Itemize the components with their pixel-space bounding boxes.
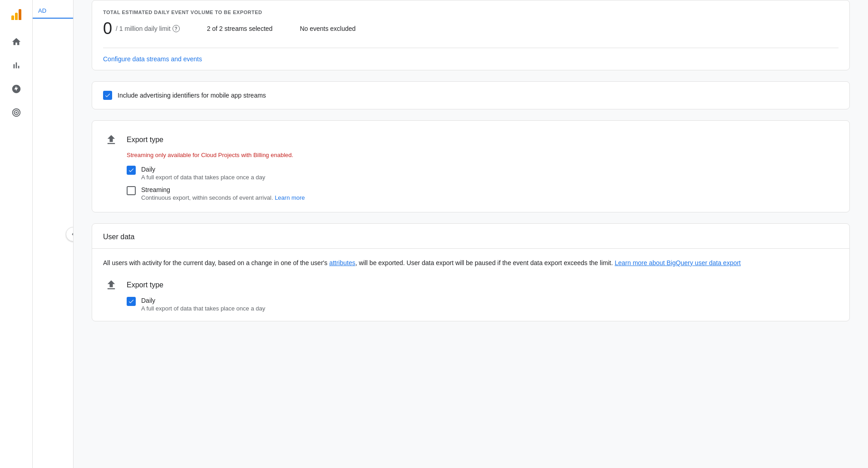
- user-data-title: User data: [103, 233, 134, 241]
- user-export-type-title: Export type: [127, 281, 163, 289]
- event-volume-title: TOTAL ESTIMATED DAILY EVENT VOLUME TO BE…: [103, 10, 838, 15]
- secondary-sidebar: AD: [33, 0, 74, 468]
- streaming-description: Continuous export, within seconds of eve…: [141, 194, 305, 201]
- user-export-option-daily: Daily A full export of data that takes p…: [127, 297, 838, 312]
- event-volume-stats: 0 / 1 million daily limit ? 2 of 2 strea…: [103, 20, 838, 37]
- user-data-card: User data All users with activity for th…: [92, 223, 850, 321]
- event-volume-card: TOTAL ESTIMATED DAILY EVENT VOLUME TO BE…: [92, 0, 850, 70]
- explore-icon[interactable]: [5, 78, 27, 100]
- upload-icon-box: [103, 132, 119, 148]
- export-option-daily: Daily A full export of data that takes p…: [127, 166, 838, 181]
- user-daily-label: Daily: [141, 297, 265, 304]
- secondary-sidebar-tab[interactable]: AD: [33, 4, 73, 19]
- streaming-option-text: Streaming Continuous export, within seco…: [141, 186, 305, 201]
- bar-chart-icon[interactable]: [5, 54, 27, 76]
- analytics-logo: [11, 9, 21, 20]
- advertising-checkbox-section: Include advertising identifiers for mobi…: [92, 81, 850, 109]
- user-data-description: All users with activity for the current …: [103, 258, 838, 268]
- sidebar-nav: [0, 31, 32, 123]
- advertising-checkbox-wrapper: Include advertising identifiers for mobi…: [103, 91, 266, 100]
- configure-link[interactable]: Configure data streams and events: [103, 55, 202, 63]
- home-icon[interactable]: [5, 31, 27, 53]
- logo-bar-1: [11, 15, 14, 20]
- user-daily-description: A full export of data that takes place o…: [141, 305, 265, 312]
- export-type-title: Export type: [127, 136, 163, 144]
- icon-sidebar: [0, 0, 33, 468]
- collapse-sidebar-button[interactable]: [66, 227, 74, 241]
- user-data-learn-more-link[interactable]: Learn more about BigQuery user data expo…: [615, 259, 741, 266]
- attributes-link[interactable]: attributes: [329, 259, 355, 266]
- daily-checkbox[interactable]: [127, 166, 136, 175]
- streaming-label: Streaming: [141, 186, 305, 193]
- advertising-icon[interactable]: [5, 102, 27, 123]
- event-volume-section: TOTAL ESTIMATED DAILY EVENT VOLUME TO BE…: [92, 0, 849, 48]
- logo-area: [0, 4, 32, 27]
- logo-bar-3: [19, 9, 21, 20]
- streams-selected: 2 of 2 streams selected: [207, 25, 273, 32]
- user-data-body: All users with activity for the current …: [92, 249, 849, 321]
- event-volume-value: 0: [103, 20, 112, 37]
- export-type-card: Export type Streaming only available for…: [92, 120, 850, 212]
- user-daily-option-text: Daily A full export of data that takes p…: [141, 297, 265, 312]
- export-options: Daily A full export of data that takes p…: [127, 166, 838, 201]
- export-type-header: Export type: [103, 132, 838, 148]
- user-upload-icon-box: [103, 277, 119, 293]
- main-content: TOTAL ESTIMATED DAILY EVENT VOLUME TO BE…: [74, 0, 868, 468]
- help-icon[interactable]: ?: [173, 25, 180, 32]
- user-export-options: Daily A full export of data that takes p…: [127, 297, 838, 312]
- user-export-type-header: Export type: [103, 277, 838, 293]
- daily-label: Daily: [141, 166, 265, 173]
- streaming-learn-more-link[interactable]: Learn more: [275, 194, 305, 201]
- export-option-streaming: Streaming Continuous export, within seco…: [127, 186, 838, 201]
- logo-bar-2: [15, 13, 18, 20]
- daily-description: A full export of data that takes place o…: [141, 174, 265, 181]
- user-daily-checkbox[interactable]: [127, 297, 136, 306]
- volume-limit: / 1 million daily limit ?: [116, 25, 180, 32]
- streaming-checkbox[interactable]: [127, 186, 136, 195]
- configure-link-row: Configure data streams and events: [92, 48, 849, 70]
- volume-number: 0 / 1 million daily limit ?: [103, 20, 180, 37]
- no-events-excluded: No events excluded: [300, 25, 355, 32]
- advertising-checkbox[interactable]: [103, 91, 112, 100]
- advertising-checkbox-label: Include advertising identifiers for mobi…: [118, 92, 266, 99]
- daily-option-text: Daily A full export of data that takes p…: [141, 166, 265, 181]
- export-type-warning: Streaming only available for Cloud Proje…: [127, 152, 838, 158]
- user-data-header: User data: [92, 224, 849, 249]
